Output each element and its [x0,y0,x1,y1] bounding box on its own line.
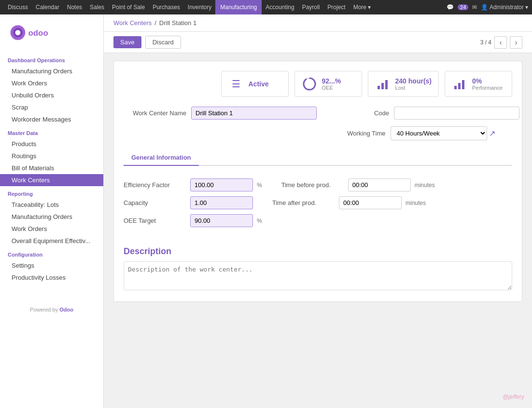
group-capacity: Capacity [124,196,253,209]
form-card: ☰ Active 92...% [113,61,522,302]
working-time-label: Working Time [323,130,386,137]
time-after-unit: minutes [406,200,426,206]
working-time-ext-link[interactable]: ↗ [489,129,495,138]
sidebar-item-work-centers[interactable]: Work Centers [0,174,103,186]
sidebar-item-settings[interactable]: Settings [0,259,103,272]
toolbar: Save Discard 3 / 4 ‹ › [104,32,532,53]
code-label: Code [326,109,389,117]
section-title-configuration: Configuration [0,247,103,259]
user-menu[interactable]: 👤 Administrator ▾ [481,4,528,11]
sidebar-item-scrap[interactable]: Scrap [0,101,103,113]
nav-project[interactable]: Project [323,0,349,14]
working-time-select[interactable]: 40 Hours/WeekStandard 40 Hours/WeekCusto… [391,126,487,140]
next-record-button[interactable]: › [510,36,522,49]
sidebar-item-workorder-messages[interactable]: Workorder Messages [0,113,103,125]
stat-active[interactable]: ☰ Active [221,71,289,97]
sidebar-item-bom[interactable]: Bill of Materials [0,162,103,174]
form-row-name-code: Work Center Name Code [124,107,512,120]
stat-active-value: Active [249,80,269,88]
time-after-input[interactable] [339,196,402,209]
time-before-unit: minutes [415,182,435,189]
sidebar-item-manufacturing-orders[interactable]: Manufacturing Orders [0,65,103,77]
nav-accounting[interactable]: Accounting [262,0,298,14]
work-center-name-input[interactable] [191,107,317,120]
tab-row-2: Capacity Time after prod. minutes [124,196,512,209]
sidebar-item-unbuild-orders[interactable]: Unbuild Orders [0,89,103,101]
nav-calendar[interactable]: Calendar [32,0,63,14]
tab-content-general: Efficiency Factor % Time before prod. mi… [124,174,512,237]
section-title-master-data: Master Data [0,125,103,138]
nav-more[interactable]: More ▾ [350,0,375,14]
message-icon: ✉ [472,4,477,11]
prev-record-button[interactable]: ‹ [494,36,507,49]
svg-point-2 [15,30,21,35]
tab-row-1: Efficiency Factor % Time before prod. mi… [124,178,512,191]
efficiency-factor-input[interactable] [190,178,253,191]
chat-icon: 💬 [447,4,454,11]
sidebar-item-reporting-work-orders[interactable]: Work Orders [0,223,103,235]
watermark: @jeffery [503,394,524,400]
nav-manufacturing[interactable]: Manufacturing [215,0,262,14]
nav-sales[interactable]: Sales [86,0,108,14]
main-content: Work Centers / Drill Station 1 Save Disc… [104,14,532,408]
time-before-input[interactable] [348,178,411,191]
save-button[interactable]: Save [113,36,141,48]
logo-area[interactable]: odoo [0,14,103,53]
svg-rect-5 [378,86,380,89]
active-icon: ☰ [228,76,244,92]
nav-discuss[interactable]: Discuss [4,0,32,14]
nav-notes[interactable]: Notes [63,0,86,14]
sidebar-item-productivity-losses[interactable]: Productivity Losses [0,272,103,284]
working-time-wrap: 40 Hours/WeekStandard 40 Hours/WeekCusto… [391,126,495,140]
form-group-name: Work Center Name [124,107,317,120]
svg-rect-6 [381,83,384,89]
stat-perf-value: 0% [472,77,503,85]
group-time-after: Time after prod. minutes [272,196,426,209]
work-center-name-label: Work Center Name [124,109,186,117]
group-time-before: Time before prod. minutes [281,178,435,191]
footer-text: Powered by [30,307,59,313]
stats-row: ☰ Active 92...% [124,71,512,97]
sidebar-item-products[interactable]: Products [0,138,103,150]
oee-target-input[interactable] [190,214,253,227]
stat-perf-label: Performance [472,85,503,91]
sidebar-item-traceability[interactable]: Traceability: Lots [0,199,103,211]
breadcrumb-separator: / [154,19,156,27]
sidebar-item-oee[interactable]: Overall Equipment Effectiv... [0,235,103,247]
notification-badge[interactable]: 24 [458,4,468,10]
discard-button[interactable]: Discard [145,36,181,49]
group-efficiency-factor: Efficiency Factor % [124,178,262,191]
nav-purchases[interactable]: Purchases [149,0,184,14]
nav-payroll[interactable]: Payroll [298,0,324,14]
description-textarea[interactable] [124,261,512,290]
code-input[interactable] [394,107,519,120]
nav-inventory[interactable]: Inventory [184,0,215,14]
description-title: Description [124,246,512,257]
sidebar-item-routings[interactable]: Routings [0,150,103,162]
nav-pos[interactable]: Point of Sale [108,0,149,14]
svg-rect-8 [454,86,457,89]
capacity-input[interactable] [190,196,253,209]
sidebar-item-reporting-mfg[interactable]: Manufacturing Orders [0,211,103,223]
lost-icon [375,76,391,92]
performance-icon [452,76,467,92]
form-group-code: Code [326,107,519,120]
svg-text:odoo: odoo [28,28,48,38]
stat-performance[interactable]: 0% Performance [445,71,512,97]
svg-rect-7 [385,80,388,89]
form-area: ☰ Active 92...% [104,53,532,310]
stat-lost-value: 240 hour(s) [395,77,432,85]
capacity-label: Capacity [124,199,186,206]
stat-oee-value: 92...% [322,77,341,85]
stat-lost[interactable]: 240 hour(s) Lost [368,71,439,97]
svg-rect-9 [458,83,461,89]
tab-general-information[interactable]: General Information [124,150,199,166]
sidebar-item-work-orders[interactable]: Work Orders [0,77,103,89]
description-section: Description [124,246,512,292]
top-navigation: Discuss Calendar Notes Sales Point of Sa… [0,0,532,14]
breadcrumb-parent[interactable]: Work Centers [113,19,152,27]
efficiency-factor-unit: % [257,182,262,189]
stat-oee[interactable]: 92...% OEE [294,71,362,97]
form-group-working-time: Working Time 40 Hours/WeekStandard 40 Ho… [323,126,513,140]
oee-target-unit: % [257,218,262,224]
